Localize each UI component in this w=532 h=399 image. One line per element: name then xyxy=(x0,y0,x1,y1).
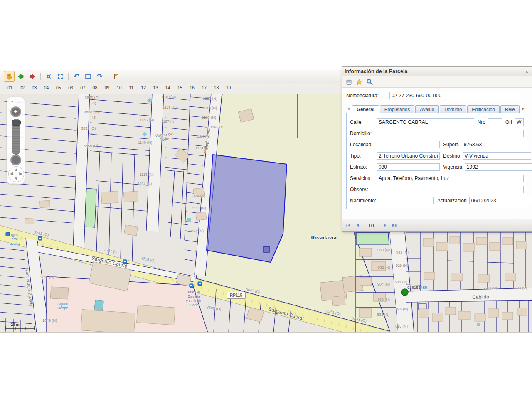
parcel-number-label: 3719 (O) xyxy=(140,256,156,263)
parcel-number-label: 3373 (O) xyxy=(484,286,497,290)
redo-view-button[interactable]: ↷ xyxy=(94,71,105,82)
print-icon[interactable] xyxy=(345,79,352,85)
map-zoom-control: ● + − ▲ ▼ ◀ ▶ xyxy=(7,97,25,184)
actualizacion-input[interactable] xyxy=(469,197,532,204)
destino-input[interactable] xyxy=(463,152,531,160)
tab-scroll-left[interactable] xyxy=(346,106,351,112)
pager-separator xyxy=(364,222,364,228)
nomenclatura-input[interactable] xyxy=(389,92,519,99)
nro-input[interactable] xyxy=(488,118,502,126)
street-name-label: Sargento Cabral xyxy=(91,255,128,269)
observ-input[interactable] xyxy=(377,186,524,193)
ori-input[interactable] xyxy=(515,118,524,126)
nacimiento-input[interactable] xyxy=(377,197,434,204)
vigencia-label: Vigencia xyxy=(440,164,465,170)
pager-separator xyxy=(379,222,379,228)
ruler-number: 06 xyxy=(66,85,75,90)
tabstrip: General Propietarios Avalúo Dominio Edif… xyxy=(346,103,527,113)
estrato-label: Estrato: xyxy=(350,164,377,170)
superf-input[interactable] xyxy=(462,141,530,148)
zoom-slider-track[interactable] xyxy=(12,119,20,155)
ruler-number: 18 xyxy=(212,85,221,90)
ruler-number: 19 xyxy=(224,85,233,90)
next-extent-button[interactable] xyxy=(27,71,38,82)
parcel-number-label: 1197 (N) xyxy=(161,119,175,123)
ruler-number: 10 xyxy=(115,85,124,90)
zoom-out-button[interactable]: − xyxy=(10,155,21,165)
parcel-number-label: 815 (N) xyxy=(395,324,408,328)
compass-mini-icon[interactable]: ● xyxy=(9,99,15,104)
parcel-number-label: 1094 (N) xyxy=(189,229,204,233)
previous-extent-button[interactable] xyxy=(15,71,26,82)
last-page-button[interactable] xyxy=(391,222,398,229)
window-titlebar[interactable]: Información de la Parcela × xyxy=(342,67,532,76)
pan-right-icon[interactable]: ▶ xyxy=(19,172,22,176)
parcel-number-label: 1223 (N) xyxy=(203,96,217,101)
estrato-input[interactable] xyxy=(377,163,440,171)
zoom-to-selection-button[interactable] xyxy=(43,71,54,82)
tab-relevamiento[interactable]: Rele xyxy=(500,105,520,113)
servicios-input[interactable] xyxy=(377,175,524,182)
search-magnifier-icon[interactable] xyxy=(366,79,373,85)
parcel-number-label: 904 (N) xyxy=(377,282,390,286)
parcel-number-label: 1140 (N) xyxy=(138,140,152,145)
ruler-number: 11 xyxy=(127,85,136,90)
pan-down-icon[interactable]: ▼ xyxy=(14,177,18,181)
route-rp115-badge: RP115 xyxy=(227,292,246,299)
pan-tool-button[interactable] xyxy=(4,71,15,82)
full-extent-button[interactable] xyxy=(55,71,66,82)
street-name-label: Callejón Coria xyxy=(203,127,211,154)
parcel-number-label: 960 (N) xyxy=(377,248,390,252)
poi-label: AquonCéspe xyxy=(48,302,77,310)
parcel-number-label: 1219 (N) xyxy=(161,95,176,99)
localidad-label: Localidad: xyxy=(350,142,377,148)
domicilio-input[interactable] xyxy=(377,130,524,137)
toolbar-separator xyxy=(108,73,108,80)
next-page-button[interactable] xyxy=(382,222,389,229)
tab-dominio[interactable]: Dominio xyxy=(440,105,466,113)
close-icon[interactable]: × xyxy=(524,69,529,74)
tab-general[interactable]: General xyxy=(352,105,379,113)
previous-page-button[interactable] xyxy=(354,222,361,229)
parcel-number-label: 3551 (O) xyxy=(326,309,341,316)
parcel-number-label: 1141 (N) xyxy=(40,275,54,279)
pan-pad[interactable]: ▲ ▼ ◀ ▶ xyxy=(8,166,24,182)
scale-bar-label: 20 m xyxy=(11,323,20,327)
calle-input[interactable] xyxy=(377,118,474,126)
pan-hand-icon xyxy=(5,73,13,80)
vigencia-input[interactable] xyxy=(465,163,532,171)
tab-avaluo[interactable]: Avalúo xyxy=(415,105,439,113)
favorite-star-icon[interactable] xyxy=(356,79,363,85)
zoom-in-button[interactable]: + xyxy=(10,106,21,117)
pan-left-icon[interactable]: ◀ xyxy=(10,172,13,176)
tab-propietarios[interactable]: Propietarios xyxy=(380,105,414,113)
superf-label: Superf. xyxy=(440,142,462,148)
undo-view-button[interactable]: ↶ xyxy=(71,71,82,82)
parcel-info-window: Información de la Parcela × Nomenclatura… xyxy=(342,66,532,232)
zoom-box-button[interactable] xyxy=(83,71,94,82)
next-page-icon xyxy=(382,222,388,228)
tab-edificacion[interactable]: Edificación xyxy=(467,105,500,113)
zoom-slider-handle[interactable] xyxy=(12,120,21,126)
tab-scroll-right[interactable] xyxy=(520,106,525,112)
parcel-number-label: 911 (N) xyxy=(395,280,407,284)
poi-label: rgenoralavalía xyxy=(0,233,29,246)
parcel-number-label: 3641 (O) xyxy=(245,288,261,294)
domicilio-label: Domicilio: xyxy=(350,131,377,136)
localidad-input[interactable] xyxy=(377,141,440,148)
actualizacion-label: Actualización xyxy=(434,198,469,204)
ruler-number: 12 xyxy=(139,85,148,90)
ruler-number: 02 xyxy=(17,85,27,90)
parcel-number-label: 943 (N) xyxy=(396,250,409,254)
nomenclatura-label: Nomenclatura: xyxy=(346,93,389,99)
first-page-button[interactable] xyxy=(345,222,352,229)
pan-up-icon[interactable]: ▲ xyxy=(14,167,18,172)
tipo-input[interactable] xyxy=(377,152,440,160)
measure-tool-button[interactable] xyxy=(111,71,121,82)
diverge-arrows-icon xyxy=(57,73,64,80)
first-page-icon xyxy=(345,222,351,228)
parcel-number-label: 1146 (N) xyxy=(140,118,154,122)
ruler-number: 13 xyxy=(151,85,160,90)
window-body: Nomenclatura: General Propietarios Avalú… xyxy=(342,88,532,219)
ruler-number: 14 xyxy=(163,85,172,90)
